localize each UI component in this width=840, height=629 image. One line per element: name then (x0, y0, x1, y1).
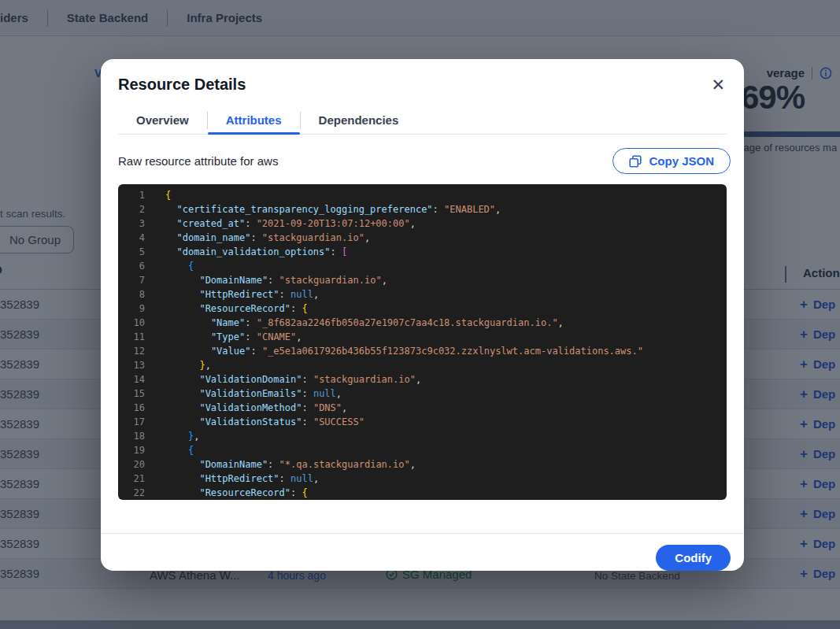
line-number: 16 (118, 401, 145, 415)
code-line: 17 "ValidationStatus": "SUCCESS" (118, 415, 727, 429)
code-line: 19 { (118, 443, 727, 457)
codify-button[interactable]: Codify (656, 545, 731, 571)
line-number: 14 (118, 372, 145, 387)
line-number: 19 (118, 443, 145, 457)
code-line: 6 { (118, 259, 727, 273)
code-line: 16 "ValidationMethod": "DNS", (118, 401, 727, 415)
code-line: 12 "Value": "_e5e1a0617926b436b55f123873… (118, 344, 727, 358)
code-line: 13 }, (118, 358, 727, 372)
tab-attributes[interactable]: Attributes (208, 106, 300, 134)
raw-attribute-label: Raw resource attribute for aws (118, 154, 278, 168)
code-line: 22 "ResourceRecord": { (118, 486, 727, 500)
line-number: 15 (118, 387, 145, 401)
code-line: 3 "created_at": "2021-09-20T13:07:12+00:… (118, 216, 727, 231)
close-icon[interactable]: ✕ (708, 75, 728, 94)
code-line: 14 "ValidationDomain": "stackguardian.io… (118, 372, 727, 387)
code-line: 4 "domain_name": "stackguardian.io", (118, 231, 727, 245)
code-line: 18 }, (118, 429, 727, 443)
line-number: 8 (118, 287, 145, 302)
attributes-subheader: Raw resource attribute for aws Copy JSON (101, 135, 744, 174)
tab-overview[interactable]: Overview (118, 106, 207, 134)
line-number: 12 (118, 344, 145, 358)
code-line: 1{ (118, 188, 727, 202)
resource-details-modal: Resource Details ✕ Overview Attributes D… (101, 59, 744, 571)
line-number: 5 (118, 245, 145, 259)
line-number: 6 (118, 259, 145, 273)
line-number: 17 (118, 415, 145, 429)
line-number: 3 (118, 216, 145, 231)
line-number: 1 (118, 188, 145, 202)
code-line: 20 "DomainName": "*.qa.stackguardian.io"… (118, 457, 727, 472)
line-number: 20 (118, 457, 145, 472)
line-number: 21 (118, 472, 145, 486)
code-line: 2 "certificate_transparency_logging_pref… (118, 202, 727, 216)
code-line: 10 "Name": "_8f682aa2246fb050a27e1907c7a… (118, 316, 727, 330)
copy-json-label: Copy JSON (649, 154, 714, 168)
tab-dependencies[interactable]: Dependencies (301, 106, 417, 134)
code-line: 7 "DomainName": "stackguardian.io", (118, 273, 727, 287)
json-code-viewer[interactable]: 1{2 "certificate_transparency_logging_pr… (118, 184, 727, 500)
line-number: 18 (118, 429, 145, 443)
modal-tabs: Overview Attributes Dependencies (118, 106, 727, 135)
copy-icon (629, 155, 642, 168)
line-number: 13 (118, 358, 145, 372)
copy-json-button[interactable]: Copy JSON (612, 148, 731, 174)
modal-footer: Codify (101, 533, 744, 571)
code-line: 9 "ResourceRecord": { (118, 302, 727, 316)
line-number: 11 (118, 330, 145, 344)
code-line: 21 "HttpRedirect": null, (118, 472, 727, 486)
modal-header: Resource Details ✕ (101, 59, 744, 94)
line-number: 10 (118, 316, 145, 330)
code-line: 11 "Type": "CNAME", (118, 330, 727, 344)
line-number: 2 (118, 202, 145, 216)
code-line: 15 "ValidationEmails": null, (118, 387, 727, 401)
code-line: 8 "HttpRedirect": null, (118, 287, 727, 302)
line-number: 22 (118, 486, 145, 500)
line-number: 7 (118, 273, 145, 287)
code-line: 5 "domain_validation_options": [ (118, 245, 727, 259)
line-number: 4 (118, 231, 145, 245)
line-number: 9 (118, 302, 145, 316)
modal-title: Resource Details (118, 76, 246, 94)
